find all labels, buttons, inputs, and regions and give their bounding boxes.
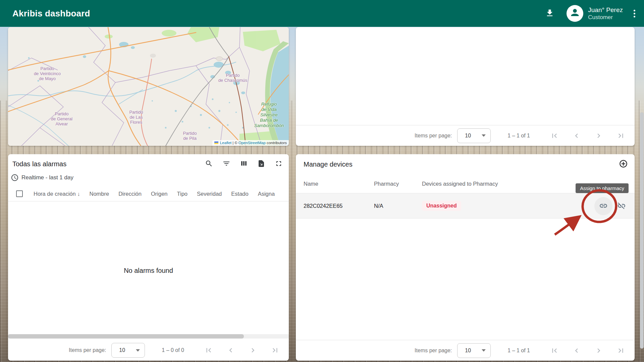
realtime-indicator: Realtime - last 1 day (11, 174, 73, 182)
search-button[interactable] (203, 158, 215, 171)
page-size-select[interactable]: 10 (457, 343, 491, 358)
filter-button[interactable] (220, 158, 232, 171)
unassign-from-pharmacy-button[interactable] (614, 199, 629, 213)
map-render (8, 27, 289, 146)
top-right-paginator: Items per page: 10 1 – 1 of 1 (296, 125, 635, 146)
osm-link[interactable]: OpenStreetMap (238, 141, 266, 145)
device-name-cell: 282C0242EE65 (304, 203, 374, 209)
device-row: 282C0242EE65 N/A Unassigned (296, 193, 635, 219)
select-all-checkbox[interactable] (16, 190, 23, 197)
alarms-title: Todas las alarmas (12, 160, 203, 168)
user-role: Customer (588, 14, 623, 21)
page-scrollbar-thumb[interactable] (640, 112, 644, 349)
page-range-label: 1 – 1 of 1 (507, 348, 530, 354)
items-per-page-label: Items per page: (415, 133, 452, 139)
first-page-button[interactable] (549, 346, 559, 356)
alarms-paginator: Items per page: 10 1 – 0 of 0 (8, 340, 289, 361)
top-right-card: Items per page: 10 1 – 1 of 1 (296, 27, 635, 146)
page-range-label: 1 – 0 of 0 (162, 347, 184, 353)
map-canvas[interactable]: Partido de Veinticinco de Mayo Partido d… (8, 27, 289, 146)
ukraine-flag-icon (214, 141, 218, 144)
unassigned-badge: Unassigned (422, 201, 461, 211)
last-page-button[interactable] (616, 131, 626, 141)
chevron-down-icon (482, 349, 486, 352)
page-range-label: 1 – 1 of 1 (507, 133, 530, 139)
next-page-button[interactable] (594, 346, 604, 356)
column-asignado[interactable]: Asigna (258, 191, 275, 197)
items-per-page-label: Items per page: (69, 347, 106, 353)
chevron-down-icon (482, 134, 486, 137)
sort-desc-icon: ↓ (77, 191, 80, 197)
column-estado[interactable]: Estado (231, 191, 248, 197)
user-name: Juan° Perez (588, 6, 623, 14)
column-name[interactable]: Name (304, 181, 374, 187)
device-pharmacy-cell: N/A (374, 203, 422, 209)
column-hora-de-creacion[interactable]: Hora de creación ↓ (34, 191, 80, 197)
first-page-button[interactable] (204, 345, 214, 355)
horizontal-scrollbar (8, 334, 289, 339)
assign-tooltip: Assign to pharmacy (576, 183, 629, 193)
devices-title: Manage devices (304, 161, 617, 168)
download-button[interactable] (543, 6, 556, 21)
attribution-copyright: © (234, 141, 237, 145)
assign-to-pharmacy-button[interactable] (594, 197, 612, 215)
devices-paginator: Items per page: 10 1 – 1 of 1 (296, 340, 635, 361)
next-page-button[interactable] (594, 131, 604, 141)
prev-page-button[interactable] (226, 345, 236, 355)
alarms-table-header: Hora de creación ↓ Nombre Dirección Orig… (8, 186, 289, 201)
horizontal-scrollbar-thumb[interactable] (8, 334, 244, 339)
realtime-label: Realtime - last 1 day (21, 174, 73, 181)
page-size-select[interactable]: 10 (457, 128, 491, 143)
leaflet-link[interactable]: Leaflet (220, 141, 232, 145)
column-direccion[interactable]: Dirección (118, 191, 142, 197)
column-severidad[interactable]: Severidad (197, 191, 222, 197)
columns-button[interactable] (238, 158, 250, 171)
search-icon (205, 160, 213, 169)
column-origen[interactable]: Origen (151, 191, 168, 197)
map-card: Partido de Veinticinco de Mayo Partido d… (8, 27, 289, 146)
columns-icon (240, 160, 248, 169)
link-off-icon (617, 201, 626, 211)
column-tipo[interactable]: Tipo (177, 191, 188, 197)
app-header: Akribis dashboard Juan° Perez Customer (0, 0, 644, 27)
fullscreen-icon (275, 160, 283, 169)
column-pharmacy[interactable]: Pharmacy (374, 181, 422, 187)
link-icon (599, 201, 608, 211)
app-title: Akribis dashboard (12, 8, 90, 19)
table-header-divider (8, 201, 289, 201)
account-circle-icon (569, 7, 581, 20)
export-button[interactable] (255, 158, 267, 171)
add-device-button[interactable] (617, 157, 630, 171)
prev-page-button[interactable] (572, 131, 582, 141)
column-nombre[interactable]: Nombre (90, 191, 109, 197)
last-page-button[interactable] (616, 346, 626, 356)
alarms-card: Todas las alarmas Realtime - last 1 day (8, 154, 289, 361)
export-file-icon (257, 160, 265, 169)
clock-icon (11, 174, 19, 182)
download-icon (545, 8, 554, 19)
user-info: Juan° Perez Customer (588, 6, 623, 21)
prev-page-button[interactable] (572, 346, 582, 356)
no-alarms-message: No alarms found (8, 267, 289, 275)
items-per-page-label: Items per page: (415, 348, 452, 354)
kebab-menu-button[interactable] (631, 7, 638, 20)
map-attribution: Leaflet | © OpenStreetMap contributors (212, 140, 289, 146)
add-circle-icon (619, 159, 628, 169)
annotation-arrow (555, 219, 577, 235)
user-avatar[interactable] (567, 5, 583, 22)
attribution-contributors: contributors (267, 141, 287, 145)
last-page-button[interactable] (270, 345, 280, 355)
page-size-select[interactable]: 10 (111, 343, 145, 358)
first-page-button[interactable] (549, 131, 559, 141)
fullscreen-button[interactable] (273, 158, 285, 171)
attribution-separator: | (232, 141, 233, 145)
next-page-button[interactable] (248, 345, 258, 355)
filter-icon (222, 160, 230, 169)
chevron-down-icon (136, 349, 140, 352)
manage-devices-card: Manage devices Name Pharmacy Devices ass… (296, 154, 635, 361)
